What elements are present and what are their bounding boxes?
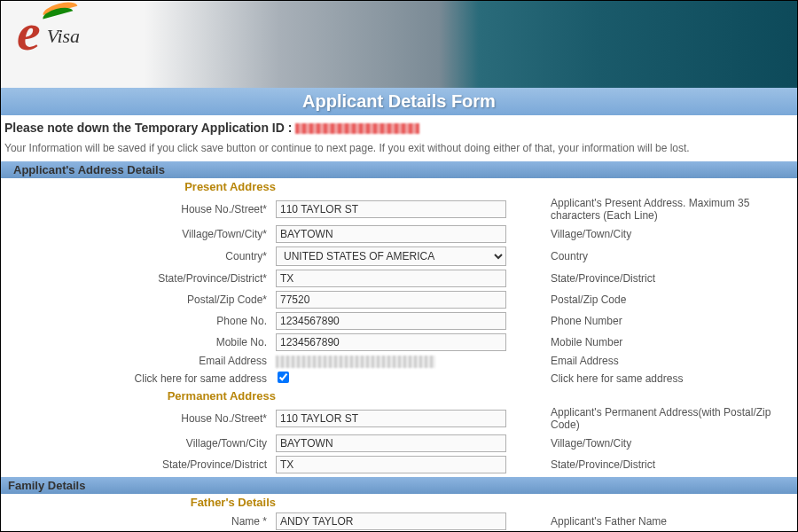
father-name-input[interactable] — [276, 512, 506, 530]
section-family-header: Family Details — [1, 477, 797, 494]
present-email-label: Email Address — [10, 355, 276, 367]
save-info-text: Your Information will be saved if you cl… — [1, 138, 797, 161]
present-address-block: Present Address House No./Street* Applic… — [1, 178, 797, 473]
father-details-subheader: Father's Details — [191, 492, 276, 512]
present-country-label: Country* — [10, 250, 276, 262]
permanent-address-subheader: Permanent Address — [168, 386, 276, 406]
present-postal-input[interactable] — [276, 291, 506, 309]
permanent-state-label: State/Province/District — [10, 458, 276, 471]
section-address-header: Applicant's Address Details — [1, 161, 797, 178]
permanent-house-label: House No./Street* — [10, 412, 276, 425]
present-phone-label: Phone No. — [10, 315, 276, 327]
present-postal-help: Postal/Zip Code — [515, 293, 788, 306]
present-email-help: Email Address — [515, 355, 788, 367]
permanent-city-input[interactable] — [276, 434, 506, 452]
father-name-help: Applicant's Father Name — [515, 515, 788, 528]
permanent-city-label: Village/Town/City — [10, 437, 276, 450]
present-city-help: Village/Town/City — [515, 228, 788, 240]
evisa-logo: e Visa — [17, 5, 76, 59]
logo-e-letter: e — [17, 5, 41, 59]
father-name-label: Name * — [10, 515, 276, 528]
present-phone-input[interactable] — [276, 312, 506, 330]
present-city-input[interactable] — [276, 225, 506, 243]
temp-application-id-row: Please note down the Temporary Applicati… — [1, 115, 797, 138]
same-address-label: Click here for same address — [10, 372, 276, 385]
present-phone-help: Phone Number — [515, 315, 788, 327]
present-address-subheader: Present Address — [184, 176, 276, 197]
header-banner: e Visa — [1, 1, 797, 88]
temp-id-label: Please note down the Temporary Applicati… — [4, 121, 292, 135]
logo-visa-text: Visa — [47, 25, 80, 47]
present-email-redacted — [276, 356, 435, 368]
permanent-state-input[interactable] — [276, 456, 506, 473]
father-details-block: Father's Details Name * Applicant's Fath… — [1, 494, 797, 532]
present-country-select[interactable]: UNITED STATES OF AMERICA — [276, 246, 506, 266]
present-city-label: Village/Town/City* — [10, 228, 276, 240]
present-state-label: State/Province/District* — [10, 272, 276, 285]
same-address-help: Click here for same address — [515, 372, 788, 385]
present-house-help: Applicant's Present Address. Maximum 35 … — [515, 197, 788, 222]
present-state-input[interactable] — [276, 270, 506, 287]
permanent-house-help: Applicant's Permanent Address(with Posta… — [515, 406, 788, 431]
present-house-input[interactable] — [276, 200, 506, 218]
present-mobile-input[interactable] — [276, 333, 506, 351]
present-country-help: Country — [515, 250, 788, 262]
present-house-label: House No./Street* — [10, 203, 276, 215]
tricolor-swoosh-icon — [42, 4, 86, 21]
present-state-help: State/Province/District — [515, 272, 788, 285]
temp-id-redacted — [295, 123, 419, 134]
same-address-checkbox[interactable] — [278, 372, 289, 383]
permanent-city-help: Village/Town/City — [515, 437, 788, 450]
present-postal-label: Postal/Zip Code* — [10, 293, 276, 306]
present-mobile-help: Mobile Number — [515, 336, 788, 348]
permanent-house-input[interactable] — [276, 410, 506, 427]
present-mobile-label: Mobile No. — [10, 336, 276, 348]
page-title: Applicant Details Form — [1, 88, 797, 115]
permanent-state-help: State/Province/District — [515, 458, 788, 471]
